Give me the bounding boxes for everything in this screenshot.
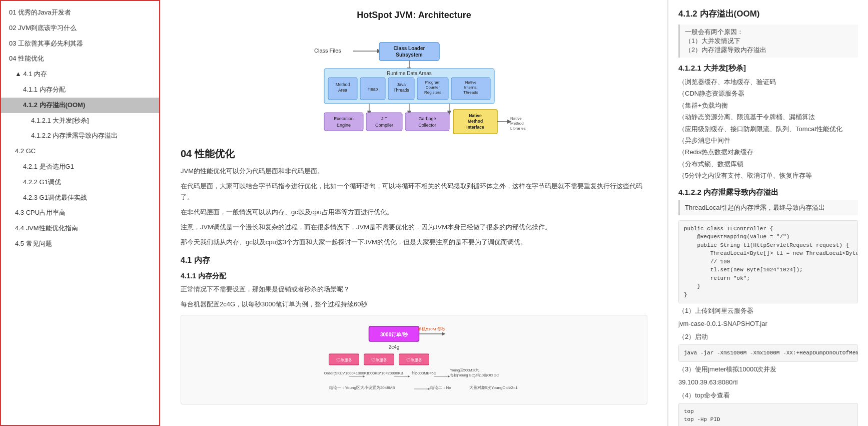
- concurrent-list-item: 动静态资源分离、限流基于令牌桶、漏桶算法: [678, 111, 858, 123]
- center-panel: HotSpot JVM: Architecture Class Files Cl…: [160, 0, 668, 426]
- para2: 在代码层面，大家可以结合字节码指令进行优化，比如一个循环语句，可以将循环不相关的…: [181, 181, 647, 203]
- svg-text:Method: Method: [510, 121, 524, 126]
- step2-label: （2）启动: [678, 332, 858, 341]
- svg-text:Collector: Collector: [418, 123, 436, 128]
- jvm-architecture-diagram: Class Files Class Loader Subsystem Runti…: [294, 29, 534, 135]
- concurrent-list-item: 异步消息中间件: [678, 135, 858, 146]
- svg-text:Method: Method: [467, 119, 482, 124]
- sidebar-item-s01[interactable]: 01 优秀的Java开发者: [1, 5, 159, 21]
- para3: 在非代码层面，一般情况可以从内存、gc以及cpu占用率等方面进行优化。: [181, 207, 647, 218]
- step1-label: （1）上传到阿里云服务器: [678, 306, 858, 315]
- svg-text:3000订单/秒: 3000订单/秒: [380, 332, 408, 337]
- svg-text:Method: Method: [335, 82, 350, 87]
- svg-text:Heap: Heap: [367, 87, 378, 92]
- sidebar: 01 优秀的Java开发者02 JVM到底该学习什么03 工欲善其事必先利其器0…: [0, 0, 160, 426]
- jvm-diagram-title: HotSpot JVM: Architecture: [181, 10, 647, 21]
- svg-text:Counter: Counter: [425, 85, 440, 90]
- section41-title: 4.1 内存: [181, 255, 647, 266]
- concurrent-list-item: CDN静态资源服务器: [678, 88, 858, 99]
- svg-text:JIT: JIT: [381, 116, 387, 121]
- svg-text:Threads: Threads: [463, 90, 478, 95]
- svg-text:Java: Java: [397, 82, 406, 87]
- svg-text:Compiler: Compiler: [375, 123, 393, 128]
- svg-text:Native: Native: [469, 113, 482, 118]
- svg-text:Native: Native: [510, 116, 522, 121]
- svg-text:Native: Native: [465, 80, 476, 85]
- svg-text:结论二：No: 结论二：No: [430, 385, 452, 390]
- svg-text:Libraries: Libraries: [510, 126, 526, 131]
- svg-text:Registers: Registers: [424, 90, 441, 95]
- reason-intro: 一般会有两个原因：: [685, 28, 853, 37]
- svg-text:Program: Program: [425, 80, 440, 85]
- sidebar-item-s4121[interactable]: 4.1.2.1 大并发[秒杀]: [1, 113, 159, 129]
- code-block-3: top top -Hp PID: [678, 403, 858, 426]
- code-block-2: java -jar -Xms1000M -Xmx1000M -XX:+HeapD…: [678, 344, 858, 362]
- svg-text:订单服务: 订单服务: [406, 358, 422, 362]
- svg-text:结论一：Young区大小设置为2048MB: 结论一：Young区大小设置为2048MB: [329, 385, 395, 390]
- svg-text:订单服务: 订单服务: [336, 358, 352, 362]
- svg-text:约5000MB≈5G: 约5000MB≈5G: [412, 371, 437, 375]
- para1: JVM的性能优化可以分为代码层面和非代码层面。: [181, 166, 647, 177]
- concurrent-title: 4.1.2.1 大并发[秒杀]: [678, 64, 858, 73]
- svg-text:Area: Area: [338, 88, 347, 93]
- svg-text:2c4g: 2c4g: [389, 344, 400, 350]
- sidebar-item-s421[interactable]: 4.2.1 是否选用G1: [1, 159, 159, 175]
- concurrent-list-item: Redis热点数据对象缓存: [678, 146, 858, 158]
- concurrent-list: 浏览器缓存、本地缓存、验证码CDN静态资源服务器集群+负载均衡动静态资源分离、限…: [678, 76, 858, 182]
- section411-title: 4.1.1 内存分配: [181, 272, 647, 281]
- svg-rect-27: [324, 113, 363, 131]
- concurrent-list-item: 5分钟之内没有支付、取消订单、恢复库存等: [678, 170, 858, 181]
- svg-rect-33: [405, 113, 449, 131]
- oom-title: 4.1.2 内存溢出(OOM): [678, 8, 858, 20]
- step3-label: （3）使用jmeter模拟10000次并发: [678, 365, 858, 374]
- svg-text:单机510M 每秒: 单机510M 每秒: [418, 327, 445, 331]
- svg-text:订单服务: 订单服务: [371, 358, 387, 362]
- concurrent-list-item: 浏览器缓存、本地缓存、验证码: [678, 76, 858, 88]
- svg-text:1000KB*10=20000KB: 1000KB*10=20000KB: [367, 371, 403, 375]
- svg-text:Class Loader: Class Loader: [393, 46, 425, 51]
- section411-para2: 每台机器配置2c4G，以每秒3000笔订单为例，整个过程持续60秒: [181, 299, 647, 310]
- svg-text:Engine: Engine: [336, 123, 350, 128]
- svg-text:Class Files: Class Files: [314, 48, 341, 54]
- svg-text:Garbage: Garbage: [418, 116, 436, 121]
- step4-label: （4）top命令查看: [678, 391, 858, 400]
- sidebar-item-s42[interactable]: 4.2 GC: [1, 144, 159, 159]
- sidebar-item-s412[interactable]: 4.1.2 内存溢出(OOM): [1, 98, 159, 113]
- svg-text:Execution: Execution: [334, 116, 354, 121]
- svg-text:Young区500M大约：: Young区500M大约：: [450, 368, 483, 372]
- concurrent-list-item: 分布式锁、数据库锁: [678, 158, 858, 170]
- step3-value: 39.100.39.63:8080/tl: [678, 377, 858, 388]
- svg-text:每秒(Young GC)/约10倍Old GC: 每秒(Young GC)/约10倍Old GC: [450, 373, 499, 377]
- reason-box: 一般会有两个原因： （1）大并发情况下 （2）内存泄露导致内存溢出: [678, 25, 858, 58]
- sidebar-item-s411[interactable]: 4.1.1 内存分配: [1, 82, 159, 98]
- sidebar-item-s03[interactable]: 03 工欲善其事必先利其器: [1, 36, 159, 52]
- svg-text:大量对象5次YoungOld≥2=1: 大量对象5次YoungOld≥2=1: [469, 385, 518, 390]
- section411-para1: 正常情况下不需要设置，那如果是促销或者秒杀的场景呢？: [181, 284, 647, 295]
- sidebar-item-s45[interactable]: 4.5 常见问题: [1, 236, 159, 252]
- memory-allocation-diagram: 3000订单/秒 单机510M 每秒 2c4g 订单服务 订单服务 订单服务 O…: [181, 315, 647, 404]
- reason2: （2）内存泄露导致内存溢出: [685, 46, 853, 55]
- sidebar-item-s43[interactable]: 4.3 CPU占用率高: [1, 205, 159, 221]
- svg-text:Internal: Internal: [464, 85, 477, 90]
- leak-title: 4.1.2.2 内存泄露导致内存溢出: [678, 188, 858, 197]
- sidebar-item-s423[interactable]: 4.2.3 G1调优最佳实战: [1, 190, 159, 206]
- leak-desc: ThreadLocal引起的内存泄露，最终导致内存溢出: [678, 200, 858, 215]
- sidebar-item-s41[interactable]: ▲ 4.1 内存: [1, 67, 159, 82]
- reason1: （1）大并发情况下: [685, 37, 853, 46]
- sidebar-item-s4122[interactable]: 4.1.2.2 内存泄露导致内存溢出: [1, 128, 159, 144]
- para5: 那今天我们就从内存、gc以及cpu这3个方面和大家一起探讨一下JVM的优化，但是…: [181, 237, 647, 248]
- step1-value: jvm-case-0.0.1-SNAPSHOT.jar: [678, 318, 858, 329]
- svg-text:Threads: Threads: [393, 88, 409, 93]
- sidebar-item-s422[interactable]: 4.2.2 G1调优: [1, 175, 159, 190]
- svg-text:Runtime Data Areas: Runtime Data Areas: [387, 71, 432, 76]
- sidebar-item-s44[interactable]: 4.4 JVM性能优化指南: [1, 221, 159, 236]
- right-panel: 4.1.2 内存溢出(OOM) 一般会有两个原因： （1）大并发情况下 （2）内…: [668, 0, 868, 426]
- svg-rect-30: [366, 113, 402, 131]
- svg-text:Subsystem: Subsystem: [396, 52, 422, 58]
- para4: 注意，JVM调优是一个漫长和复杂的过程，而在很多情况下，JVM是不需要优化的，因…: [181, 222, 647, 233]
- sidebar-item-s02[interactable]: 02 JVM到底该学习什么: [1, 21, 159, 36]
- svg-text:Order(SKU)*1000+1000KB: Order(SKU)*1000+1000KB: [324, 371, 369, 375]
- sidebar-item-s04[interactable]: 04 性能优化: [1, 51, 159, 67]
- section04-title: 04 性能优化: [181, 147, 647, 161]
- svg-text:Interface: Interface: [466, 125, 484, 130]
